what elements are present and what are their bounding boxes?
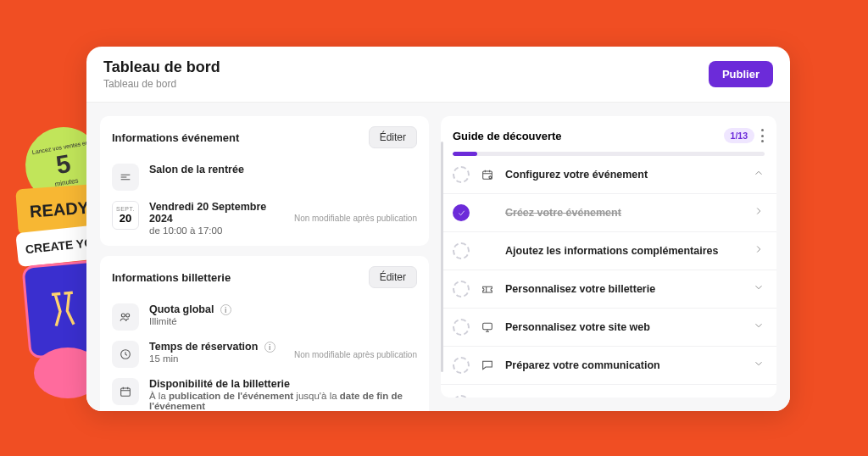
ticketing-heading: Informations billetterie xyxy=(112,271,231,284)
chevron-down-icon xyxy=(753,358,765,373)
info-icon[interactable]: i xyxy=(264,342,275,353)
availability-title: Disponibilité de la billetterie xyxy=(149,378,417,390)
publish-button[interactable]: Publier xyxy=(709,61,773,87)
calendar-cog-icon xyxy=(480,168,495,181)
reservation-title: Temps de réservation i xyxy=(149,341,284,353)
chat-icon xyxy=(480,359,495,372)
scroll-indicator xyxy=(441,142,443,372)
guide-step-6[interactable]: Définissez vos conditions d'après-vente xyxy=(441,385,776,398)
text-lines-icon xyxy=(112,164,139,191)
ticket-icon xyxy=(480,282,495,296)
step-label: Préparez votre communication xyxy=(505,359,743,371)
availability-row: Disponibilité de la billetterie À la pub… xyxy=(100,373,429,411)
guide-step-2[interactable]: Ajoutez les informations complémentaires xyxy=(441,232,776,270)
calendar-range-icon xyxy=(112,378,139,405)
status-todo-icon xyxy=(453,357,470,374)
edit-ticketing-button[interactable]: Éditer xyxy=(369,266,417,288)
event-name: Salon de la rentrée xyxy=(149,164,417,175)
step-label: Configurez votre événement xyxy=(505,169,743,181)
more-menu-button[interactable] xyxy=(761,129,765,142)
right-column: Guide de découverte 1/13 Configurez votr… xyxy=(441,116,776,398)
step-label: Personnalisez votre billetterie xyxy=(505,283,743,295)
guide-steps: Configurez votre événementCréez votre év… xyxy=(441,156,776,398)
chevron-right-icon xyxy=(753,205,765,220)
guide-step-1[interactable]: Créez votre événement xyxy=(441,194,776,232)
status-todo-icon xyxy=(453,166,470,183)
reservation-title-text: Temps de réservation xyxy=(149,341,258,353)
chevron-down-icon xyxy=(753,396,765,398)
left-column: Informations événement Éditer Salon de l… xyxy=(100,116,429,398)
date-day: 20 xyxy=(120,212,131,225)
non-editable-note: Non modifiable après publication xyxy=(294,214,417,223)
refund-icon xyxy=(480,397,495,398)
quota-row: Quota global i Illimité xyxy=(100,298,429,336)
guide-step-5[interactable]: Préparez votre communication xyxy=(441,347,776,385)
chevron-down-icon xyxy=(753,281,765,297)
guide-heading: Guide de découverte xyxy=(453,130,562,142)
non-editable-note-2: Non modifiable après publication xyxy=(294,350,417,359)
card-header: Tableau de bord Tableau de bord Publier xyxy=(86,47,790,103)
avail-prefix: À la xyxy=(149,391,169,401)
svg-rect-4 xyxy=(483,171,492,179)
progress-badge: 1/13 xyxy=(724,128,754,143)
event-date-row: SEPT. 20 Vendredi 20 Septembre 2024 de 1… xyxy=(100,196,429,241)
info-icon[interactable]: i xyxy=(220,304,231,315)
panel-ticketing-info: Informations billetterie Éditer Quota gl… xyxy=(100,256,429,411)
users-icon xyxy=(112,303,139,331)
step-label: Personnalisez votre site web xyxy=(505,321,743,333)
svg-point-1 xyxy=(126,314,130,317)
date-month: SEPT. xyxy=(116,206,135,212)
status-todo-icon xyxy=(453,242,470,259)
guide-step-0[interactable]: Configurez votre événement xyxy=(441,156,776,194)
calendar-date-icon: SEPT. 20 xyxy=(112,201,139,230)
quota-title-text: Quota global xyxy=(149,303,214,315)
card-body: Informations événement Éditer Salon de l… xyxy=(86,103,790,411)
svg-rect-3 xyxy=(121,388,131,396)
chevron-down-icon xyxy=(753,320,765,335)
guide-step-4[interactable]: Personnalisez votre site web xyxy=(441,309,776,347)
availability-text: À la publication de l'événement jusqu'à … xyxy=(149,391,417,411)
avail-mid: jusqu'à la xyxy=(293,391,340,401)
status-todo-icon xyxy=(453,281,470,298)
step-label: Créez votre événement xyxy=(505,207,743,219)
breadcrumb: Tableau de bord xyxy=(103,78,220,90)
chevron-right-icon xyxy=(753,243,765,259)
quota-value: Illimité xyxy=(149,316,417,326)
monitor-icon xyxy=(480,320,495,334)
event-date-line1: Vendredi 20 Septembre 2024 xyxy=(149,201,284,225)
svg-point-0 xyxy=(121,314,125,317)
dashboard-card: Tableau de bord Tableau de bord Publier … xyxy=(86,47,790,411)
chevron-up-icon xyxy=(753,167,765,182)
step-label: Ajoutez les informations complémentaires xyxy=(505,245,743,257)
status-todo-icon xyxy=(453,395,470,398)
quota-title: Quota global i xyxy=(149,303,417,315)
reservation-row: Temps de réservation i 15 min Non modifi… xyxy=(100,336,429,373)
guide-step-3[interactable]: Personnalisez votre billetterie xyxy=(441,270,776,309)
page-title: Tableau de bord xyxy=(103,58,220,76)
status-todo-icon xyxy=(453,319,470,336)
edit-event-button[interactable]: Éditer xyxy=(369,126,417,148)
svg-rect-6 xyxy=(483,323,492,329)
reservation-value: 15 min xyxy=(149,353,284,364)
event-name-row: Salon de la rentrée xyxy=(100,158,429,196)
clock-icon xyxy=(112,341,139,368)
event-info-heading: Informations événement xyxy=(112,131,239,144)
event-date-line2: de 10:00 à 17:00 xyxy=(149,225,284,236)
panel-event-info: Informations événement Éditer Salon de l… xyxy=(100,116,429,246)
status-done-icon xyxy=(453,204,470,221)
avail-bold1: publication de l'événement xyxy=(169,391,293,401)
